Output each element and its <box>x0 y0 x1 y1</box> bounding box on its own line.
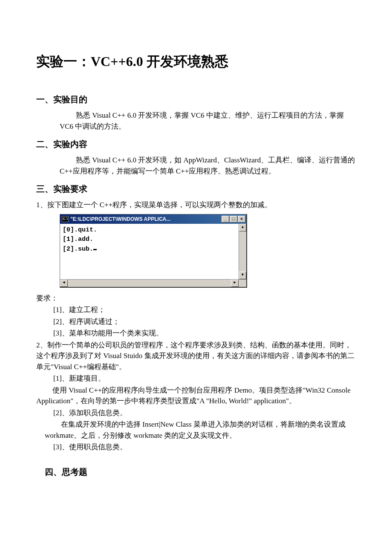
sub-step-3: [3]、使用职员信息类。 <box>36 442 356 453</box>
console-line-1: [0].quit. <box>63 226 97 234</box>
minimize-button[interactable]: _ <box>222 216 229 223</box>
requirements-label: 要求： <box>36 293 356 304</box>
requirement-item-1: 1、按下图建立一个 C++程序，实现菜单选择，可以实现两个整数的加减。 <box>36 199 356 211</box>
purpose-paragraph: 熟悉 Visual C++ 6.0 开发环境，掌握 VC6 中建立、维护、运行工… <box>60 110 356 132</box>
sub-step-2: [2]、添加职员信息类。 <box>36 408 356 419</box>
section-heading-requirements: 三、实验要求 <box>36 182 356 195</box>
requirement-step-1: [1]、建立工程； <box>36 304 356 315</box>
vertical-scrollbar[interactable]: ▲ ▼ <box>239 224 246 279</box>
console-title-text: "E:\LDC\PROJECT\WINDOWS APPLICA... <box>70 215 222 223</box>
requirement-step-3: [3]、菜单和功能用一个类来实现。 <box>36 328 356 339</box>
console-app-icon: C:\ <box>62 216 69 222</box>
scroll-left-icon[interactable]: ◄ <box>60 280 68 287</box>
console-window: C:\ "E:\LDC\PROJECT\WINDOWS APPLICA... _… <box>60 214 247 288</box>
section-heading-content: 二、实验内容 <box>36 138 356 150</box>
console-output: [0].quit. [1].add. [2].sub. <box>60 224 239 279</box>
horizontal-scrollbar[interactable]: ◄ ► <box>60 279 246 287</box>
console-line-2: [1].add. <box>63 236 93 243</box>
sub-step-1-para: 使用 Visual C++的应用程序向导生成一个控制台应用程序 Demo。项目类… <box>36 385 356 407</box>
maximize-button[interactable]: □ <box>230 216 237 223</box>
scroll-down-icon[interactable]: ▼ <box>239 272 246 279</box>
cursor-icon <box>93 249 97 250</box>
sub-step-1: [1]、新建项目。 <box>36 373 356 384</box>
console-line-3: [2].sub. <box>63 246 93 253</box>
scroll-up-icon[interactable]: ▲ <box>239 224 246 231</box>
close-button[interactable]: × <box>238 216 245 223</box>
document-title: 实验一：VC++6.0 开发环境熟悉 <box>36 51 356 72</box>
section-heading-purpose: 一、实验目的 <box>36 93 356 106</box>
console-titlebar: C:\ "E:\LDC\PROJECT\WINDOWS APPLICA... _… <box>60 214 246 224</box>
content-paragraph: 熟悉 Visual C++ 6.0 开发环境，如 AppWizard、Class… <box>60 155 356 176</box>
sub-step-2-para: 在集成开发环境的中选择 Insert|New Class 菜单进入添加类的对话框… <box>45 419 356 441</box>
scroll-right-icon[interactable]: ► <box>231 280 239 287</box>
requirement-step-2: [2]、程序调试通过； <box>36 316 356 327</box>
requirement-item-2: 2、制作一个简单的公司职员的管理程序，这个程序要求涉及到类、结构、函数的基本使用… <box>36 340 356 373</box>
section-heading-questions: 四、思考题 <box>36 465 356 478</box>
scrollbar-corner <box>239 280 246 287</box>
